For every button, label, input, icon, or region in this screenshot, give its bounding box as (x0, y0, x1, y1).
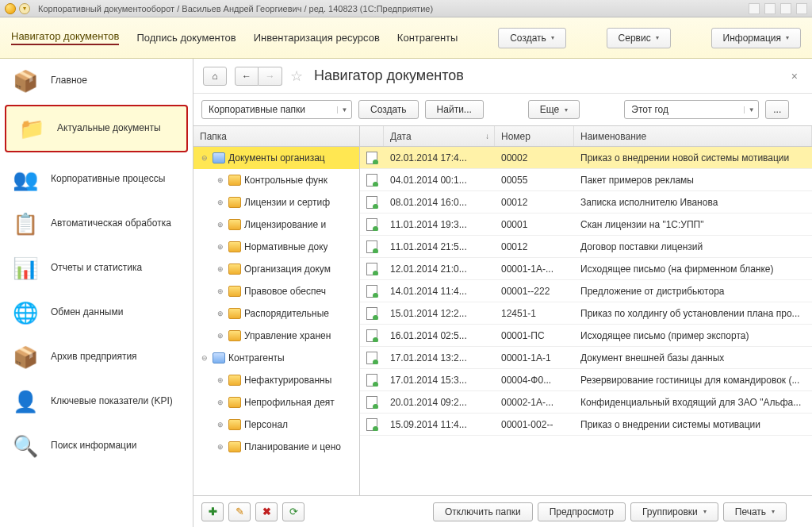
cell-name: Резервирование гостиницы для командирово… (574, 375, 812, 386)
tree-row[interactable]: ⊕Правовое обеспеч (193, 280, 359, 302)
cell-number: 00001-1А-1 (495, 352, 574, 364)
edit-button[interactable]: ✎ (228, 502, 251, 521)
table-row[interactable]: 17.01.2014 13:2...00001-1А-1Документ вне… (360, 347, 812, 369)
cell-number: 00001--222 (495, 286, 574, 297)
preview-button[interactable]: Предпросмотр (538, 502, 626, 521)
tree-row[interactable]: ⊕Организация докyм (193, 258, 359, 280)
menu-inventory[interactable]: Инвентаризация ресурсов (254, 32, 380, 44)
tree-row[interactable]: ⊕Лицензии и сертиф (193, 191, 359, 213)
home-button[interactable]: ⌂ (203, 67, 227, 86)
tree-label: Планирование и ценo (244, 441, 341, 452)
sidebar-item-3[interactable]: 📋Автоматическая обработка (0, 202, 193, 246)
expand-icon[interactable]: ⊕ (216, 332, 225, 340)
table-row[interactable]: 11.01.2014 19:3...00001Скан лицензии на … (360, 213, 812, 236)
sidebar-item-7[interactable]: 👤Ключевые показатели (KPI) (0, 379, 193, 424)
tree-row[interactable]: ⊕Управление хранен (193, 325, 359, 347)
table-row[interactable]: 04.01.2014 00:1...00055Пакет примеров ре… (360, 169, 812, 191)
folder-select[interactable]: Корпоративные папки ▼ (201, 100, 352, 119)
menu-info-button[interactable]: Информация (711, 28, 801, 48)
print-button[interactable]: Печать (723, 502, 787, 521)
col-number[interactable]: Номер (495, 126, 574, 146)
tb-icon-3[interactable] (780, 3, 791, 14)
expand-icon[interactable]: ⊕ (216, 287, 225, 295)
expand-icon[interactable]: ⊕ (216, 265, 225, 273)
back-button[interactable]: ← (235, 67, 259, 86)
grouping-button[interactable]: Группировки (630, 502, 718, 521)
tree-row[interactable]: ⊕Распорядительные (193, 302, 359, 325)
find-button[interactable]: Найти... (425, 100, 484, 119)
col-name[interactable]: Наименование (574, 126, 812, 146)
tb-icon-4[interactable] (796, 3, 807, 14)
document-icon (366, 418, 377, 431)
expand-icon[interactable]: ⊕ (216, 243, 225, 251)
menu-sign[interactable]: Подпись документов (136, 32, 236, 44)
col-date[interactable]: Дата↓ (384, 126, 495, 146)
sidebar-item-0[interactable]: 📦Главное (0, 59, 193, 103)
col-icon[interactable] (360, 126, 384, 146)
tree-row[interactable]: ⊕Контрольные функ (193, 169, 359, 191)
close-button[interactable]: × (787, 70, 802, 83)
cell-name: Исходящее письмо (пример экспорта) (574, 330, 812, 341)
refresh-button[interactable]: ⟳ (282, 502, 304, 521)
table-row[interactable]: 15.01.2014 12:2...12451-1Приказ по холди… (360, 302, 812, 325)
expand-icon[interactable]: ⊕ (216, 176, 225, 184)
table-row[interactable]: 14.01.2014 11:4...00001--222Предложение … (360, 280, 812, 302)
table-row[interactable]: 16.01.2014 02:5...00001-ПСИсходящее пись… (360, 325, 812, 347)
tb-icon-1[interactable] (749, 3, 760, 14)
menu-create-button[interactable]: Создать (498, 28, 566, 48)
expand-icon[interactable]: ⊕ (216, 221, 225, 229)
tree-row[interactable]: ⊕Лицензирование и (193, 213, 359, 236)
plus-icon: ✚ (209, 506, 217, 517)
year-select[interactable]: Этот год ▼ (624, 100, 759, 119)
tree-row[interactable]: ⊕Нормативные докy (193, 236, 359, 258)
table-row[interactable]: 02.01.2014 17:4...00002Приказ о внедрени… (360, 147, 812, 169)
expand-icon[interactable]: ⊕ (216, 198, 225, 206)
tree-header[interactable]: Папка (193, 126, 359, 147)
tree-row[interactable]: ⊖Документы организац (193, 147, 359, 169)
app-menu-icon[interactable]: ▾ (19, 3, 30, 14)
more-button[interactable]: Еще (528, 100, 580, 119)
folder-icon (228, 308, 241, 319)
sidebar-item-8[interactable]: 🔍Поиск информации (0, 424, 193, 468)
tree-row[interactable]: ⊕Персонал (193, 414, 359, 436)
tree-row[interactable]: ⊕Нефактурированны (193, 369, 359, 391)
tree-row[interactable]: ⊕Непрофильная деят (193, 391, 359, 414)
expand-icon[interactable]: ⊖ (200, 154, 209, 162)
star-icon[interactable]: ☆ (290, 67, 303, 85)
disable-folders-button[interactable]: Отключить папки (433, 502, 533, 521)
table-row[interactable]: 15.09.2014 11:4...00001-002--Приказ о вн… (360, 414, 812, 436)
sidebar-item-2[interactable]: 👥Корпоративные процессы (0, 157, 193, 202)
cell-date: 20.01.2014 09:2... (384, 397, 495, 408)
expand-icon[interactable]: ⊕ (216, 443, 225, 451)
expand-icon[interactable]: ⊕ (216, 376, 225, 384)
table-row[interactable]: 08.01.2014 16:0...00012Записка исполните… (360, 191, 812, 213)
tree-row[interactable]: ⊖Контрагенты (193, 347, 359, 369)
expand-icon[interactable]: ⊖ (200, 354, 209, 362)
add-button[interactable]: ✚ (201, 502, 224, 521)
cell-name: Пакет примеров рекламы (574, 175, 812, 186)
sidebar-item-4[interactable]: 📊Отчеты и статистика (0, 246, 193, 290)
tree-row[interactable]: ⊕Планирование и ценo (193, 436, 359, 458)
menu-service-button[interactable]: Сервис (607, 28, 671, 48)
cell-name: Предложение от дистрибьютора (574, 286, 812, 297)
sidebar-item-label: Обмен данными (51, 306, 123, 319)
delete-button[interactable]: ✖ (255, 502, 278, 521)
menubar: Навигатор документов Подпись документов … (0, 17, 812, 59)
table-row[interactable]: 20.01.2014 09:2...00002-1А-...Конфиденци… (360, 391, 812, 414)
year-more-button[interactable]: ... (765, 100, 789, 119)
create-button[interactable]: Создать (358, 100, 419, 119)
folder-icon (213, 152, 225, 163)
tb-icon-2[interactable] (764, 3, 776, 14)
expand-icon[interactable]: ⊕ (216, 310, 225, 317)
sidebar-icon: 👤 (10, 386, 41, 417)
sidebar-item-1[interactable]: 📁Актуальные документы (5, 105, 188, 152)
table-row[interactable]: 17.01.2014 15:3...00004-Ф0...Резервирова… (360, 369, 812, 391)
sidebar-item-5[interactable]: 🌐Обмен данными (0, 290, 193, 335)
menu-navigator[interactable]: Навигатор документов (11, 30, 119, 45)
sidebar-item-6[interactable]: 📦Архив предприятия (0, 335, 193, 379)
menu-contragents[interactable]: Контрагенты (397, 32, 458, 44)
table-row[interactable]: 11.01.2014 21:5...00012Договор поставки … (360, 236, 812, 258)
expand-icon[interactable]: ⊕ (216, 421, 225, 429)
table-row[interactable]: 12.01.2014 21:0...00001-1А-...Исходящее … (360, 258, 812, 280)
expand-icon[interactable]: ⊕ (216, 398, 225, 406)
